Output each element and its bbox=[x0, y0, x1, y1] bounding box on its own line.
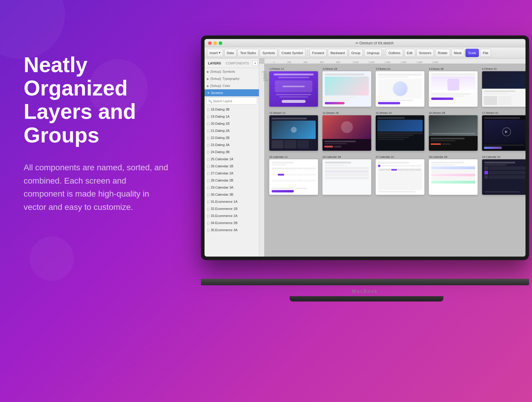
toolbar-symbols[interactable]: Symbols bbox=[260, 49, 278, 57]
canvas-content: 1.Fitness 1A bbox=[265, 64, 525, 257]
screen-calendar-3a[interactable]: 29.Calendar 3A bbox=[482, 155, 525, 195]
layer-item-ecommerce1b[interactable]: ▢ 32.Ecommerce 1B bbox=[205, 205, 259, 212]
ungroup-label: Ungroup bbox=[367, 51, 379, 55]
screen-icon: ▢ bbox=[207, 179, 210, 182]
screen-stream-1a[interactable]: 13.Stream 1A bbox=[269, 111, 318, 151]
layer-item-setup-color[interactable]: ▶ [Setup]: Color bbox=[205, 82, 259, 89]
screen-label-stream-2b: 16.Stream 2B bbox=[429, 111, 478, 114]
toolbar-group[interactable]: Group bbox=[349, 49, 363, 57]
screen-label-fitness-1a: 1.Fitness 1A bbox=[269, 67, 318, 70]
layer-label: [Setup]: Color bbox=[210, 84, 230, 87]
layer-label: 19.Dating 1A bbox=[211, 115, 230, 118]
toolbar-ungroup[interactable]: Ungroup bbox=[364, 49, 382, 57]
toolbar-scale[interactable]: Scale bbox=[466, 49, 479, 57]
canvas-area[interactable]: 0 200 400 600 800 1,000 1,200 1,400 1,60… bbox=[259, 59, 525, 257]
screen-stream-2a[interactable]: 15.Stream 2A bbox=[376, 111, 424, 151]
layer-item-calendar2b[interactable]: ▢ 28.Calendar 2B bbox=[205, 177, 259, 184]
toolbar-rotate[interactable]: Rotate bbox=[435, 49, 450, 57]
screen-icon: ▢ bbox=[207, 115, 210, 118]
close-button[interactable] bbox=[208, 41, 212, 45]
search-layers-input[interactable] bbox=[213, 100, 255, 103]
screen-calendar-1b[interactable]: 26.Calendar 1B bbox=[322, 155, 371, 195]
search-layers-box[interactable]: 🔍 bbox=[206, 98, 257, 105]
layer-item-ecommerce2a[interactable]: ▢ 33.Ecommerce 2A bbox=[205, 212, 259, 219]
layer-item-dating2b[interactable]: ▢ 22.Dating 2B bbox=[205, 134, 259, 141]
screen-thumb-stream-3a bbox=[482, 115, 525, 151]
toolbar-create-symbol[interactable]: Create Symbol bbox=[279, 49, 306, 57]
layer-item-calendar2a[interactable]: ▢ 27.Calendar 2A bbox=[205, 170, 259, 177]
toolbar-insert[interactable]: Insert ▾ bbox=[207, 49, 223, 57]
screen-thumb-calendar-3a bbox=[482, 159, 525, 195]
edit-label: Edit bbox=[407, 51, 413, 55]
layer-label: [Setup]: Typography bbox=[210, 77, 239, 80]
layer-item-dating2a[interactable]: ▢ 21.Dating 2A bbox=[205, 127, 259, 134]
layer-label: 30.Calendar 3B bbox=[211, 193, 233, 196]
screen-calendar-2b[interactable]: 28.Calendar 2B bbox=[429, 155, 478, 195]
screen-thumb-stream-2b bbox=[429, 115, 478, 151]
screen-icon: ▢ bbox=[207, 158, 210, 161]
screen-calendar-2a[interactable]: 27.Calendar 2A bbox=[376, 155, 424, 195]
toolbar-forward[interactable]: Forward bbox=[309, 49, 327, 57]
screen-fitness-1b[interactable]: 2.Fitness 1B bbox=[322, 67, 371, 107]
screen-stream-2b[interactable]: 16.Stream 2B bbox=[429, 111, 478, 151]
screen-fitness-2a[interactable]: 3.Fitness 2A bbox=[376, 67, 424, 107]
scissors-label: Scissors bbox=[419, 51, 432, 55]
toolbar-data[interactable]: Data bbox=[224, 49, 236, 57]
layer-item-screens[interactable]: ▼ Screens bbox=[205, 89, 259, 96]
layer-label: 21.Dating 2A bbox=[211, 129, 230, 132]
screen-thumb-fitness-1a bbox=[269, 71, 318, 107]
layer-label: Screens bbox=[211, 91, 223, 95]
toolbar-flat[interactable]: Flat bbox=[480, 49, 491, 57]
outlines-label: Outlines bbox=[388, 51, 400, 55]
layer-item-dating1a[interactable]: ▢ 19.Dating 1A bbox=[205, 113, 259, 120]
layer-item-dating3a[interactable]: ▢ 23.Dating 3A bbox=[205, 141, 259, 148]
macbook-screen: ✏ Osmium UI Kit.sketch Insert ▾ Data Tex… bbox=[201, 35, 529, 260]
layer-item-calendar3b[interactable]: ▢ 30.Calendar 3B bbox=[205, 191, 259, 198]
screen-thumb-stream-1a bbox=[269, 115, 318, 151]
screen-fitness-3a[interactable]: 5.Fitness 3A bbox=[482, 67, 525, 107]
screen-thumb-stream-1b bbox=[322, 115, 371, 151]
layer-item-calendar1b[interactable]: ▢ 26.Calendar 1B bbox=[205, 163, 259, 170]
add-layer-button[interactable]: + bbox=[252, 61, 258, 66]
screen-icon: ▢ bbox=[207, 150, 210, 154]
layer-item-ecommerce2b[interactable]: ▢ 34.Ecommerce 2B bbox=[205, 219, 259, 226]
screen-calendar-1a[interactable]: 25.Calendar 1A bbox=[269, 155, 318, 195]
layer-item-setup-typography[interactable]: ▶ [Setup]: Typography bbox=[205, 75, 259, 82]
traffic-lights bbox=[208, 41, 222, 45]
layer-item-setup-symbols[interactable]: ▶ [Setup]: Symbols bbox=[205, 68, 259, 75]
screen-icon: ▢ bbox=[207, 165, 210, 168]
heading-line4: Groups bbox=[24, 123, 99, 147]
toolbar-sep-1 bbox=[307, 49, 308, 56]
toolbar-mask[interactable]: Mask bbox=[451, 49, 464, 57]
tab-components[interactable]: COMPONENTS bbox=[225, 61, 250, 66]
minimize-button[interactable] bbox=[213, 41, 217, 45]
layer-item-ecommerce3a[interactable]: ▢ 35.Ecommerce 3A bbox=[205, 226, 259, 234]
screen-icon: ▢ bbox=[207, 136, 210, 140]
maximize-button[interactable] bbox=[219, 41, 222, 45]
screen-label-stream-1b: 14.Stream 1B bbox=[322, 111, 371, 114]
screen-stream-1b[interactable]: 14.Stream 1B bbox=[322, 111, 371, 151]
tab-layers[interactable]: LAYERS bbox=[207, 61, 222, 66]
layer-item-dating3b-2[interactable]: ▢ 24.Dating 3B bbox=[205, 148, 259, 155]
layer-label: 34.Ecommerce 2B bbox=[211, 221, 237, 225]
layer-label: 26.Calendar 1B bbox=[211, 164, 233, 168]
screen-label-calendar-2b: 28.Calendar 2B bbox=[429, 155, 478, 158]
layer-item-calendar1a[interactable]: ▢ 25.Calendar 1A bbox=[205, 155, 259, 163]
toolbar-scissors[interactable]: Scissors bbox=[416, 49, 434, 57]
layer-item-calendar3a[interactable]: ▢ 29.Calendar 3A bbox=[205, 184, 259, 191]
toolbar-edit[interactable]: Edit bbox=[404, 49, 415, 57]
toolbar-outlines[interactable]: Outlines bbox=[386, 49, 403, 57]
data-label: Data bbox=[227, 51, 234, 55]
screen-icon: ▢ bbox=[207, 193, 210, 196]
backward-label: Backward bbox=[330, 51, 345, 55]
screen-fitness-2b[interactable]: 4.Fitness 2B bbox=[429, 67, 478, 107]
macbook-hinge bbox=[201, 279, 529, 285]
layer-item-dating3b[interactable]: ▢ 18.Dating 3B bbox=[205, 106, 259, 113]
toolbar-backward[interactable]: Backward bbox=[328, 49, 347, 57]
screen-fitness-1a[interactable]: 1.Fitness 1A bbox=[269, 67, 318, 107]
layer-item-ecommerce1a[interactable]: ▢ 31.Ecommerce 1A bbox=[205, 198, 259, 205]
toolbar-text-styles[interactable]: Text Styles bbox=[238, 49, 259, 57]
layer-label: 33.Ecommerce 2A bbox=[211, 214, 237, 218]
screen-stream-3a[interactable]: 17.Stream 3A bbox=[482, 111, 525, 151]
layer-item-dating1b[interactable]: ▢ 20.Dating 1B bbox=[205, 120, 259, 127]
